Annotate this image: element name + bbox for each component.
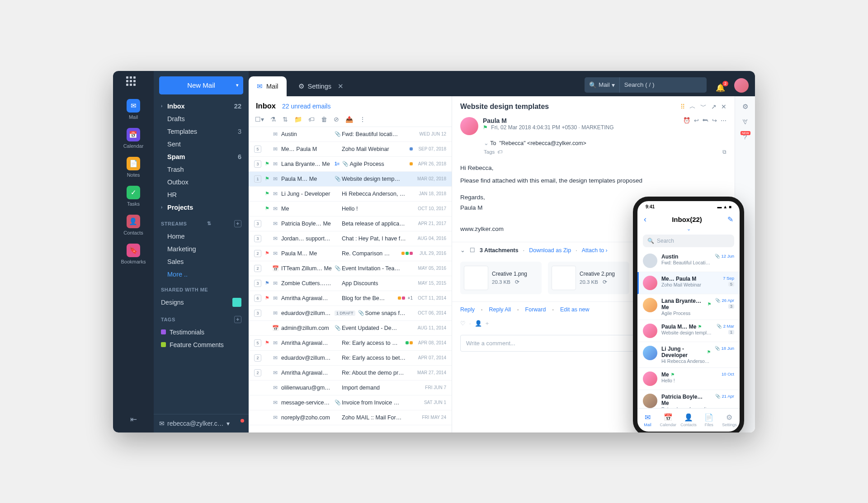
- phone-compose-icon[interactable]: ✎: [727, 215, 733, 224]
- add-stream[interactable]: +: [234, 220, 241, 227]
- rail-contacts[interactable]: 👤Contacts: [123, 215, 143, 235]
- like-icon[interactable]: ♡: [460, 320, 466, 327]
- phone-message-row[interactable]: Lana Bryante… Me⚑ Agile Process 📎 26 Apr…: [637, 294, 740, 320]
- phone-dropdown-icon[interactable]: ⌄: [637, 226, 740, 232]
- close-reader-icon[interactable]: ✕: [721, 103, 726, 110]
- folder-sent[interactable]: Sent: [156, 138, 246, 150]
- expand-icon[interactable]: ⌄: [460, 247, 465, 254]
- message-row[interactable]: ✉ message-service@… 📎 Invoice from Invoi…: [249, 395, 452, 410]
- forward-icon[interactable]: ↪: [712, 117, 717, 124]
- message-row[interactable]: 📅 admin@zillum.com 📎 Event Updated - De……: [249, 321, 452, 336]
- message-row[interactable]: 2 ✉ Amritha Agrawal… Re: About the demo …: [249, 366, 452, 381]
- archive-icon[interactable]: 📤: [345, 116, 353, 123]
- stream-item[interactable]: More ..: [156, 268, 246, 281]
- phone-tab-files[interactable]: 📄Files: [699, 409, 719, 432]
- account-switcher[interactable]: ✉ rebecca@zylker.c… ▾: [154, 414, 249, 432]
- tag-item[interactable]: Feature Comments: [156, 338, 246, 351]
- attachment-card[interactable]: Creative 1.png20.3 KB ⟳: [460, 262, 542, 294]
- edit-new-link[interactable]: Edit as new: [560, 306, 590, 313]
- select-all-checkbox[interactable]: ☐▾: [255, 116, 264, 123]
- settings-icon[interactable]: ⚙: [742, 103, 748, 111]
- stream-item[interactable]: Marketing: [156, 243, 246, 255]
- phone-tab-calendar[interactable]: 📅Calendar: [658, 409, 678, 432]
- reply-link[interactable]: Reply: [460, 306, 475, 313]
- phone-message-row[interactable]: Me… Paula M Zoho Mail Webinar 7 Sep 5: [637, 272, 740, 294]
- tag-icon[interactable]: 🏷: [308, 116, 315, 123]
- message-row[interactable]: 3 ✉ Jordan… support@z… Chat : Hey Pat, I…: [249, 231, 452, 246]
- message-row[interactable]: 3 ✉ eduardov@zillum.c… 1 DRAFT 📎 Some sn…: [249, 306, 452, 321]
- phone-tab-contacts[interactable]: 👤Contacts: [678, 409, 698, 432]
- tag-item[interactable]: Testimonials: [156, 326, 246, 338]
- more-actions-icon[interactable]: ⋯: [721, 117, 726, 124]
- help-icon[interactable]: ?NEW: [743, 133, 747, 141]
- collapse-rail-icon[interactable]: ⇤: [130, 414, 137, 424]
- message-row[interactable]: ✉ Austin 📎 Fwd: Beautiful locati… WED JU…: [249, 127, 452, 142]
- rail-mail[interactable]: ✉Mail: [127, 99, 140, 120]
- reply-all-link[interactable]: Reply All: [489, 306, 511, 313]
- message-row[interactable]: 5 ⚑ ✉ Amritha Agrawal… Re: Early access …: [249, 336, 452, 351]
- folder-spam[interactable]: Spam6: [156, 150, 246, 163]
- folder-projects[interactable]: ›Projects: [156, 201, 246, 214]
- forward-link[interactable]: Forward: [525, 306, 546, 313]
- search-box[interactable]: 🔍 Mail ▾ Search ( / ): [585, 77, 707, 93]
- sort-icon[interactable]: ⇅: [283, 116, 288, 123]
- tab-settings[interactable]: ⚙Settings✕: [290, 76, 352, 96]
- reply-all-icon[interactable]: ⮪: [703, 117, 708, 124]
- phone-tab-mail[interactable]: ✉Mail: [637, 409, 658, 432]
- close-tab-icon[interactable]: ✕: [338, 83, 344, 90]
- phone-message-row[interactable]: Patricia Boyle… Me Beta release for appl…: [637, 390, 740, 408]
- search-input[interactable]: Search ( / ): [620, 81, 707, 88]
- spam-icon[interactable]: ⊘: [334, 116, 339, 123]
- folder-icon[interactable]: 📁: [294, 116, 302, 123]
- delete-icon[interactable]: 🗑: [321, 116, 327, 123]
- widget-icon[interactable]: ⩔: [742, 118, 749, 126]
- popout-icon[interactable]: ↗: [711, 103, 717, 110]
- message-row[interactable]: 5 ✉ Me… Paula M Zoho Mail Webinar SEP 07…: [249, 142, 452, 157]
- folder-trash[interactable]: Trash: [156, 163, 246, 176]
- notifications-button[interactable]: 🔔2: [716, 83, 725, 93]
- message-row[interactable]: 6 ⚑ ✉ Amritha Agrawal… Blog for the Be… …: [249, 291, 452, 306]
- apps-launcher[interactable]: [126, 76, 141, 91]
- stream-item[interactable]: Home: [156, 230, 246, 243]
- message-row[interactable]: 3 ⚑ ✉ Zombie Cutters… le… App Discounts …: [249, 276, 452, 291]
- reply-icon[interactable]: ↩: [694, 117, 699, 124]
- shared-item[interactable]: Designs: [156, 295, 246, 310]
- phone-message-row[interactable]: Paula M… Me⚑ Website design templates 📎 …: [637, 320, 740, 342]
- checkbox-icon[interactable]: ☐: [470, 247, 475, 254]
- folder-outbox[interactable]: Outbox: [156, 176, 246, 188]
- tab-mail[interactable]: ✉Mail: [249, 76, 287, 96]
- message-row[interactable]: ✉ olilienwuaru@gmai… Import demand FRI J…: [249, 381, 452, 395]
- phone-message-row[interactable]: Me⚑ Hello ! 10 Oct: [637, 368, 740, 390]
- phone-message-row[interactable]: Austin Fwd: Beautiful Locations 📎 12 Jun: [637, 250, 740, 272]
- phone-message-row[interactable]: Li Jung - Developer⚑ Hi Rebecca Anderson…: [637, 342, 740, 368]
- folder-drafts[interactable]: Drafts: [156, 113, 246, 125]
- message-row[interactable]: 3 ✉ Patricia Boyle… Me Beta release of a…: [249, 216, 452, 231]
- message-row[interactable]: 1 ⚑ ✉ Paula M… Me 📎 Website design temp……: [249, 172, 452, 187]
- unread-count[interactable]: 22 unread emails: [282, 103, 330, 110]
- attachment-card[interactable]: Creative 2.png20.3 KB ⟳: [548, 262, 629, 294]
- search-scope[interactable]: 🔍 Mail ▾: [585, 77, 620, 93]
- message-row[interactable]: 2 📅 ITTeam Zillum… Me 📎 Event Invitation…: [249, 261, 452, 276]
- message-row[interactable]: ⚑ ✉ Li Jung - Developer Hi Rebecca Ander…: [249, 187, 452, 202]
- share-icon[interactable]: ⧉: [722, 149, 726, 155]
- new-mail-button[interactable]: New Mail▾: [159, 76, 243, 94]
- stream-item[interactable]: Sales: [156, 255, 246, 268]
- folder-hr[interactable]: HR: [156, 188, 246, 201]
- rail-bookmarks[interactable]: 🔖Bookmarks: [121, 244, 146, 264]
- add-tag-icon[interactable]: 🏷: [497, 149, 503, 155]
- person-icon[interactable]: 👤: [475, 320, 482, 327]
- message-row[interactable]: 2 ✉ eduardov@zillum.c… Re: Early access …: [249, 351, 452, 366]
- folder-inbox[interactable]: ›Inbox22: [156, 100, 246, 113]
- rail-notes[interactable]: 📄Notes: [127, 157, 140, 178]
- message-row[interactable]: ✉ noreply@zoho.com Zoho MAIL :: Mail For…: [249, 410, 452, 425]
- folder-templates[interactable]: Templates3: [156, 125, 246, 138]
- message-row[interactable]: 3 ⚑ ✉ Lana Bryante… Me 1≡ 📎 Agile Proces…: [249, 157, 452, 172]
- reminder-icon[interactable]: ⏰: [683, 117, 690, 124]
- rail-calendar[interactable]: 📅Calendar: [123, 128, 144, 149]
- message-row[interactable]: 2 ⚑ ✉ Paula M… Me Re. Comparison … JUL 2…: [249, 246, 452, 261]
- user-avatar[interactable]: [734, 78, 749, 93]
- nav-down-icon[interactable]: ﹀: [700, 103, 707, 111]
- add-tag[interactable]: +: [234, 316, 241, 323]
- rail-tasks[interactable]: ✓Tasks: [127, 186, 140, 207]
- message-row[interactable]: ⚑ ✉ Me Hello ! OCT 10, 2017: [249, 202, 452, 216]
